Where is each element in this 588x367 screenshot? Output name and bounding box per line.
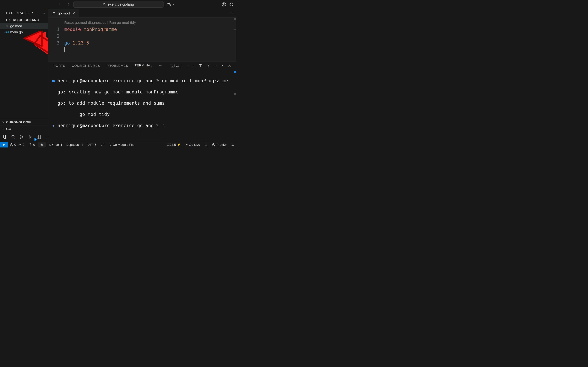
terminal-line: go: creating new go.mod: module monProgr… xyxy=(52,89,233,95)
status-prettier[interactable]: Prettier xyxy=(210,142,229,148)
title-bar: exercice-golang xyxy=(0,0,236,9)
panel-tab-ports[interactable]: PORTS xyxy=(53,64,65,68)
code-editor[interactable]: 1 2 3 Reset go.mod diagnostics | Run go … xyxy=(48,17,236,61)
panel-more-icon[interactable] xyxy=(159,64,163,68)
status-indentation[interactable]: Espaces : 4 xyxy=(64,142,85,148)
chevron-right-icon xyxy=(1,121,5,124)
status-copilot[interactable] xyxy=(202,142,210,148)
command-center-search[interactable]: exercice-golang xyxy=(73,1,164,8)
panel-tab-terminal[interactable]: TERMINAL xyxy=(135,64,152,68)
nav-buttons xyxy=(58,2,71,7)
editor-tabs: go.mod xyxy=(48,9,236,17)
file-icon xyxy=(5,25,9,27)
panel-more-terminal-icon[interactable] xyxy=(213,64,217,68)
split-terminal-icon[interactable] xyxy=(199,64,202,68)
status-ports[interactable]: 0 xyxy=(26,142,37,148)
line-number: 2 xyxy=(48,33,60,40)
extensions-badge: 3 xyxy=(34,138,37,141)
go-file-icon: ⁓GO xyxy=(5,31,9,33)
terminal-split-dropdown-icon[interactable] xyxy=(192,65,195,67)
main-area: EXPLORATEUR EXERCICE-GOLANG go.mod xyxy=(0,9,236,142)
run-debug-icon[interactable] xyxy=(28,134,33,139)
terminal-scrollbar-thumb[interactable] xyxy=(234,93,236,95)
file-item-go-mod[interactable]: go.mod xyxy=(0,23,48,29)
code-line-4 xyxy=(64,46,236,53)
section-label: CHRONOLOGIE xyxy=(6,120,32,124)
search-text: exercice-golang xyxy=(108,2,134,7)
search-icon xyxy=(103,3,106,6)
kill-terminal-icon[interactable] xyxy=(206,64,209,68)
terminal-line: ● henrique@macbookpro exercice-golang % … xyxy=(52,78,233,83)
status-language[interactable]: Go Module File xyxy=(106,142,137,148)
sidebar-section-go[interactable]: GO xyxy=(0,125,48,132)
codelens-reset[interactable]: Reset go.mod diagnostics xyxy=(64,21,106,25)
sidebar-section-timeline[interactable]: CHRONOLOGIE xyxy=(0,119,48,125)
explorer-title: EXPLORATEUR xyxy=(6,11,33,15)
svg-point-20 xyxy=(12,135,14,138)
svg-point-2 xyxy=(168,4,168,5)
status-errors[interactable]: 0 0 xyxy=(8,142,26,148)
nav-forward-button[interactable] xyxy=(66,2,71,7)
svg-point-0 xyxy=(103,3,105,5)
codelens[interactable]: Reset go.mod diagnostics | Run go mod ti… xyxy=(64,19,236,26)
explorer-more-icon[interactable] xyxy=(41,11,45,15)
nav-back-button[interactable] xyxy=(58,2,62,7)
status-eol[interactable]: LF xyxy=(98,142,106,148)
status-go-live[interactable]: Go Live xyxy=(182,142,202,148)
tab-label: go.mod xyxy=(58,11,70,15)
extensions-icon[interactable] xyxy=(36,134,41,139)
copilot-button[interactable] xyxy=(166,2,175,7)
tab-close-icon[interactable] xyxy=(72,12,75,15)
svg-point-30 xyxy=(47,137,47,137)
svg-point-5 xyxy=(223,3,225,5)
terminal-shell-name[interactable]: zsh xyxy=(170,64,182,68)
status-encoding[interactable]: UTF-8 xyxy=(85,142,98,148)
terminal-line: go: to add module requirements and sums: xyxy=(52,100,233,106)
code-line-1: module monProgramme xyxy=(64,26,236,33)
svg-point-23 xyxy=(22,137,23,138)
code-line-3: go 1.23.5 xyxy=(64,40,236,46)
line-number: 1 xyxy=(48,26,60,33)
line-number: 3 xyxy=(48,40,60,46)
svg-marker-16 xyxy=(24,36,42,41)
new-terminal-icon[interactable] xyxy=(185,64,189,67)
lightning-icon: ⚡ xyxy=(177,143,180,146)
svg-point-22 xyxy=(20,138,21,139)
account-icon[interactable] xyxy=(222,2,226,7)
terminal-icon xyxy=(170,64,174,67)
svg-rect-28 xyxy=(39,137,41,139)
status-notifications-icon[interactable] xyxy=(229,142,236,148)
source-control-icon[interactable] xyxy=(19,134,24,139)
svg-point-36 xyxy=(160,66,161,66)
explorer-header: EXPLORATEUR xyxy=(0,9,48,17)
status-zoom[interactable] xyxy=(38,142,46,148)
svg-marker-15 xyxy=(24,38,42,46)
svg-rect-18 xyxy=(3,135,6,138)
codelens-tidy[interactable]: Run go mod tidy xyxy=(109,21,136,25)
svg-point-40 xyxy=(215,66,215,66)
panel-tab-comments[interactable]: COMMENTAIRES xyxy=(72,64,100,68)
terminal-scrollbar[interactable] xyxy=(234,71,236,73)
terminal-line: ✦ henrique@macbookpro exercice-golang % … xyxy=(52,123,233,128)
panel-tab-problems[interactable]: PROBLÈMES xyxy=(106,64,128,68)
close-panel-icon[interactable] xyxy=(228,64,231,67)
status-cursor-position[interactable]: L 4, col 1 xyxy=(47,142,64,148)
terminal-output[interactable]: ● henrique@macbookpro exercice-golang % … xyxy=(48,70,236,142)
activity-bar-bottom: 3 xyxy=(0,132,48,142)
workspace-folder-header[interactable]: EXERCICE-GOLANG xyxy=(0,17,48,23)
editor-more-actions[interactable] xyxy=(225,9,236,17)
search-view-icon[interactable] xyxy=(11,134,16,139)
svg-point-9 xyxy=(44,13,44,13)
chevron-right-icon xyxy=(1,127,5,131)
maximize-panel-icon[interactable] xyxy=(221,64,224,67)
app-root: exercice-golang xyxy=(0,0,236,148)
remote-button[interactable] xyxy=(0,142,8,148)
settings-gear-icon[interactable] xyxy=(229,2,233,7)
explorer-view-icon[interactable] xyxy=(2,134,7,139)
status-go-version[interactable]: 1.23.5⚡ xyxy=(165,142,182,148)
file-item-main-go[interactable]: ⁓GO main.go xyxy=(0,29,48,35)
editor-tab-go-mod[interactable]: go.mod xyxy=(48,9,79,17)
minimap[interactable] xyxy=(233,17,236,61)
code-content[interactable]: Reset go.mod diagnostics | Run go mod ti… xyxy=(64,17,236,61)
svg-point-37 xyxy=(162,66,162,66)
